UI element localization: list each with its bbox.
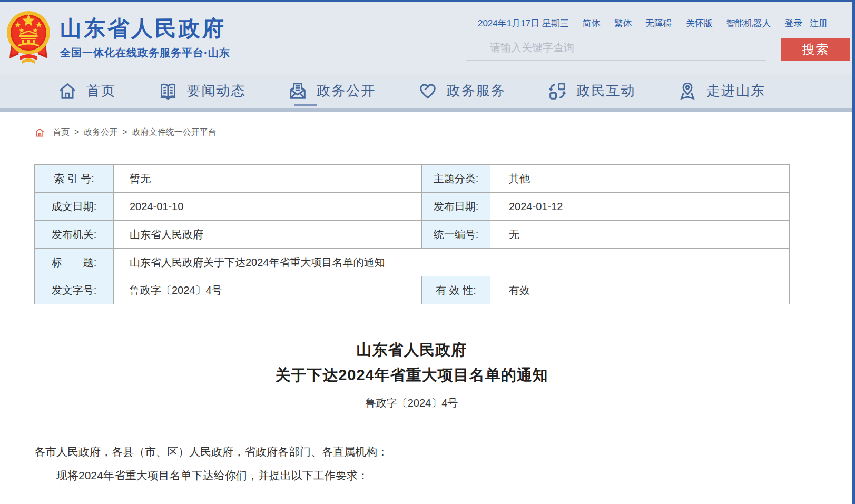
meta-value-topic: 其他 xyxy=(490,165,790,193)
document-title-line1: 山东省人民政府 xyxy=(34,337,789,362)
news-book-icon xyxy=(158,81,179,102)
breadcrumb-separator: > xyxy=(122,127,127,137)
meta-value-unified-no: 无 xyxy=(490,221,790,249)
meta-value-validity: 有效 xyxy=(490,276,790,304)
nav-label: 走进山东 xyxy=(706,82,765,100)
table-row: 发布机关: 山东省人民政府 统一编号: 无 xyxy=(35,221,790,249)
link-login[interactable]: 登录 xyxy=(784,18,802,28)
meta-label-index-no: 索 引 号: xyxy=(35,165,114,193)
meta-label-unified-no: 统一编号: xyxy=(422,221,490,249)
meta-label-topic: 主题分类: xyxy=(422,165,490,193)
meta-value-written-date: 2024-01-10 xyxy=(114,193,412,221)
breadcrumb: 首页 > 政务公开 > 政府文件统一公开平台 xyxy=(34,126,789,139)
document-number: 鲁政字〔2024〕4号 xyxy=(34,396,789,410)
nav-label: 政民互动 xyxy=(576,82,635,100)
breadcrumb-home[interactable]: 首页 xyxy=(53,127,70,138)
table-row: 成文日期: 2024-01-10 发布日期: 2024-01-12 xyxy=(35,193,790,221)
document-body: 各市人民政府，各县（市、区）人民政府，省政府各部门、各直属机构： 现将2024年… xyxy=(34,440,789,504)
link-traditional[interactable]: 繁体 xyxy=(614,18,632,28)
search-area: 搜索 xyxy=(466,38,850,61)
national-emblem-logo xyxy=(4,8,53,66)
home-icon xyxy=(57,81,78,102)
meta-label-validity: 有 效 性: xyxy=(422,276,490,304)
table-row: 标 题: 山东省人民政府关于下达2024年省重大项目名单的通知 xyxy=(35,249,790,276)
link-smart-robot[interactable]: 智能机器人 xyxy=(726,18,771,28)
nav-item-interaction[interactable]: 政民互动 xyxy=(547,74,635,108)
link-simplified[interactable]: 简体 xyxy=(583,18,601,28)
page-scrollbar[interactable] xyxy=(852,0,855,504)
nav-label: 要闻动态 xyxy=(187,82,246,100)
breadcrumb-current: 政府文件统一公开平台 xyxy=(132,127,217,138)
nav-item-gov-disclosure[interactable]: 政务公开 xyxy=(287,74,376,108)
meta-label-title: 标 题: xyxy=(35,249,114,276)
table-row: 索 引 号: 暂无 主题分类: 其他 xyxy=(35,165,790,193)
link-care-version[interactable]: 关怀版 xyxy=(686,18,713,28)
nav-item-about-shandong[interactable]: 走进山东 xyxy=(677,74,765,108)
meta-value-title: 山东省人民政府关于下达2024年省重大项目名单的通知 xyxy=(114,249,790,276)
table-spacer xyxy=(412,193,422,221)
paragraph-addressees: 各市人民政府，各县（市、区）人民政府，省政府各部门、各直属机构： xyxy=(34,440,789,463)
current-date: 2024年1月17日 星期三 xyxy=(478,18,569,28)
meta-label-written-date: 成文日期: xyxy=(35,193,114,221)
main-navigation: 首页 要闻动态 政务公开 政务服务 xyxy=(0,74,855,108)
meta-label-issuing-agency: 发布机关: xyxy=(35,221,114,249)
meta-label-doc-number: 发文字号: xyxy=(35,276,114,304)
link-accessibility[interactable]: 无障碍 xyxy=(645,18,672,28)
nav-item-home[interactable]: 首页 xyxy=(57,74,116,108)
breadcrumb-gov-disclosure[interactable]: 政务公开 xyxy=(84,127,117,138)
meta-label-publish-date: 发布日期: xyxy=(422,193,490,221)
table-row: 发文字号: 鲁政字〔2024〕4号 有 效 性: 有效 xyxy=(35,276,790,304)
site-header: 山东省人民政府 全国一体化在线政务服务平台·山东 2024年1月17日 星期三 … xyxy=(0,2,855,74)
open-mail-icon xyxy=(287,81,308,102)
site-title: 山东省人民政府 xyxy=(60,17,230,41)
search-input[interactable] xyxy=(466,38,766,61)
meta-value-issuing-agency: 山东省人民政府 xyxy=(114,221,412,249)
nav-label: 政务公开 xyxy=(317,82,376,100)
paragraph-item-1: 一、提高思想认识。 xyxy=(34,498,789,504)
nav-label: 首页 xyxy=(86,82,116,100)
document-title-line2: 关于下达2024年省重大项目名单的通知 xyxy=(34,362,789,388)
main-content: 首页 > 政务公开 > 政府文件统一公开平台 索 引 号: 暂无 主题分类: 其… xyxy=(34,126,789,504)
meta-value-doc-number: 鲁政字〔2024〕4号 xyxy=(114,276,412,304)
search-button[interactable]: 搜索 xyxy=(781,38,850,61)
table-spacer xyxy=(412,165,422,193)
meta-value-publish-date: 2024-01-12 xyxy=(490,193,790,221)
table-spacer xyxy=(412,276,422,304)
breadcrumb-separator: > xyxy=(74,127,79,137)
document-title: 山东省人民政府 关于下达2024年省重大项目名单的通知 xyxy=(34,337,789,388)
interaction-cycle-icon xyxy=(547,81,568,102)
map-pin-icon xyxy=(677,81,698,102)
breadcrumb-home-icon[interactable] xyxy=(34,127,45,138)
nav-item-news[interactable]: 要闻动态 xyxy=(158,74,246,108)
link-register[interactable]: 注册 xyxy=(810,18,828,28)
site-brand[interactable]: 山东省人民政府 全国一体化在线政务服务平台·山东 xyxy=(4,8,230,66)
site-subtitle: 全国一体化在线政务服务平台·山东 xyxy=(60,46,230,60)
meta-value-index-no: 暂无 xyxy=(114,165,412,193)
document-meta-table: 索 引 号: 暂无 主题分类: 其他 成文日期: 2024-01-10 发布日期… xyxy=(34,164,790,304)
paragraph-intro: 现将2024年省重大项目名单下达给你们，并提出以下工作要求： xyxy=(34,463,789,487)
nav-label: 政务服务 xyxy=(447,82,506,100)
utility-links-row: 2024年1月17日 星期三 简体 繁体 无障碍 关怀版 智能机器人 登录 注册 xyxy=(478,17,828,29)
nav-item-gov-services[interactable]: 政务服务 xyxy=(417,74,506,108)
table-spacer xyxy=(412,221,422,249)
nav-content-divider xyxy=(0,108,855,112)
heart-service-icon xyxy=(417,81,438,102)
